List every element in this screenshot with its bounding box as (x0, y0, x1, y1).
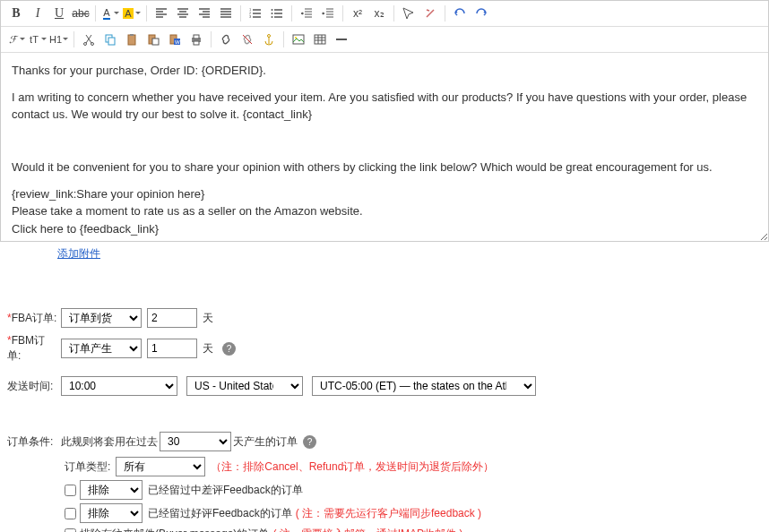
exclude-bad-feedback-checkbox[interactable] (65, 485, 76, 496)
fbm-label: FBM订单: (7, 333, 57, 364)
svg-rect-11 (130, 34, 134, 36)
paste-text-button[interactable] (143, 30, 163, 48)
email-line: I am writing to concern whether you have… (12, 89, 757, 124)
email-line: Click here to {feedback_link} (12, 220, 757, 238)
ordered-list-button[interactable]: 123 (246, 4, 265, 22)
align-right-button[interactable] (194, 4, 214, 22)
paste-word-button[interactable]: W (165, 30, 185, 48)
exclude-bad-feedback-select[interactable]: 排除 (80, 480, 143, 500)
exclude-buyer-message-row: 排除有往来邮件(Buyer message)的订单 ( 注：需要接入邮箱，通过I… (65, 527, 762, 532)
svg-point-4 (272, 13, 273, 14)
svg-rect-23 (315, 35, 325, 44)
superscript-button[interactable]: x² (348, 4, 367, 22)
font-size-button[interactable]: tT (28, 30, 48, 48)
order-type-note: （注：排除Cancel、Refund订单，发送时间为退货后除外） (211, 459, 494, 475)
svg-text:3: 3 (249, 14, 252, 19)
send-timezone-select[interactable]: UTC-05:00 (ET) — the states on the Atla (312, 376, 536, 396)
toolbar-row-1: B I U abc A A 123 x² x₂ (1, 1, 768, 27)
order-type-row: 订单类型: 所有 （注：排除Cancel、Refund订单，发送时间为退货后除外… (65, 457, 762, 476)
select-all-button[interactable] (399, 4, 419, 22)
conditions-prefix: 此规则将套用在过去 (61, 434, 158, 450)
link-button[interactable] (216, 30, 236, 48)
svg-rect-13 (152, 39, 159, 45)
heading-button[interactable]: H1 (49, 30, 69, 48)
order-conditions-row: 订单条件: 此规则将套用在过去 30 天产生的订单 ? (7, 432, 762, 451)
editor-content[interactable]: Thanks for your purchase, Order ID: {ORD… (1, 53, 768, 241)
svg-rect-9 (108, 38, 115, 45)
send-country-select[interactable]: US - United States (186, 376, 303, 396)
email-line: Please take a moment to rate us as a sel… (12, 202, 757, 220)
send-time-row: 发送时间: 10:00 US - United States UTC-05:00… (7, 376, 762, 396)
svg-point-5 (272, 16, 273, 18)
send-time-select[interactable]: 10:00 (61, 376, 177, 396)
clear-format-button[interactable] (420, 4, 440, 22)
paste-button[interactable] (122, 30, 142, 48)
svg-rect-21 (293, 35, 304, 44)
image-button[interactable] (289, 30, 308, 48)
back-color-button[interactable]: A (122, 4, 142, 22)
conditions-help-icon[interactable]: ? (303, 435, 316, 449)
strikethrough-button[interactable]: abc (71, 4, 91, 22)
fbm-days-input[interactable] (147, 339, 197, 358)
svg-rect-10 (128, 35, 135, 45)
fba-days-input[interactable] (147, 308, 197, 328)
cut-button[interactable] (79, 30, 99, 48)
font-color-button[interactable]: A (100, 4, 120, 22)
exclude-good-feedback-note: ( 注：需要先运行客户端同步feedback ) (296, 506, 481, 521)
exclude-bad-feedback-text: 已经留过中差评Feedback的订单 (148, 483, 303, 498)
table-button[interactable] (310, 30, 330, 48)
fbm-help-icon[interactable]: ? (222, 342, 236, 356)
redo-button[interactable] (471, 4, 491, 22)
rich-text-editor: B I U abc A A 123 x² x₂ ℱ tT H1 (0, 0, 769, 242)
order-type-select[interactable]: 所有 (116, 457, 205, 476)
copy-button[interactable] (100, 30, 120, 48)
send-time-label: 发送时间: (7, 379, 57, 394)
exclude-buyer-message-text: 排除有往来邮件(Buyer message)的订单 (80, 527, 269, 532)
svg-text:W: W (175, 39, 180, 45)
indent-button[interactable] (318, 4, 338, 22)
exclude-good-feedback-checkbox[interactable] (65, 508, 76, 519)
underline-button[interactable]: U (49, 4, 69, 22)
conditions-label: 订单条件: (7, 434, 57, 450)
fba-label: FBA订单: (7, 311, 57, 326)
subscript-button[interactable]: x₂ (369, 4, 389, 22)
svg-rect-19 (194, 41, 199, 45)
unordered-list-button[interactable] (267, 4, 287, 22)
bold-button[interactable]: B (6, 4, 26, 22)
hr-button[interactable] (332, 30, 351, 48)
conditions-days-select[interactable]: 30 (160, 432, 231, 451)
exclude-good-feedback-row: 排除 已经留过好评Feedback的订单 ( 注：需要先运行客户端同步feedb… (65, 503, 762, 523)
svg-point-7 (91, 43, 94, 46)
align-center-button[interactable] (173, 4, 193, 22)
svg-point-6 (84, 43, 87, 46)
fbm-order-row: FBM订单: 订单产生后 天 ? (7, 333, 762, 364)
anchor-button[interactable] (259, 30, 279, 48)
email-line (12, 133, 757, 150)
fba-unit: 天 (203, 311, 213, 326)
outdent-button[interactable] (297, 4, 316, 22)
add-attachment-link[interactable]: 添加附件 (57, 246, 100, 262)
email-line: Would it be convenient for you to share … (12, 159, 757, 176)
fbm-trigger-select[interactable]: 订单产生后 (61, 339, 142, 358)
fbm-unit: 天 (203, 341, 213, 356)
align-justify-button[interactable] (216, 4, 236, 22)
svg-rect-18 (194, 35, 199, 39)
font-family-button[interactable]: ℱ (6, 30, 26, 48)
print-button[interactable] (186, 30, 206, 48)
fba-order-row: FBA订单: 订单到货后 天 (7, 308, 762, 328)
exclude-buyer-message-checkbox[interactable] (65, 528, 76, 532)
exclude-good-feedback-select[interactable]: 排除 (80, 503, 143, 523)
fba-trigger-select[interactable]: 订单到货后 (61, 308, 142, 328)
exclude-bad-feedback-row: 排除 已经留过中差评Feedback的订单 (65, 480, 762, 500)
svg-point-3 (272, 9, 273, 11)
settings-form: FBA订单: 订单到货后 天 FBM订单: 订单产生后 天 ? 发送时间: 10… (0, 278, 769, 532)
toolbar-row-2: ℱ tT H1 W (1, 27, 768, 53)
exclude-good-feedback-text: 已经留过好评Feedback的订单 (148, 506, 292, 521)
conditions-suffix: 天产生的订单 (233, 434, 298, 450)
email-line: {review_link:Share your opinion here} (12, 185, 757, 203)
unlink-button[interactable] (238, 30, 257, 48)
align-left-button[interactable] (151, 4, 171, 22)
undo-button[interactable] (450, 4, 470, 22)
email-line: Thanks for your purchase, Order ID: {ORD… (12, 62, 757, 80)
italic-button[interactable]: I (28, 4, 48, 22)
